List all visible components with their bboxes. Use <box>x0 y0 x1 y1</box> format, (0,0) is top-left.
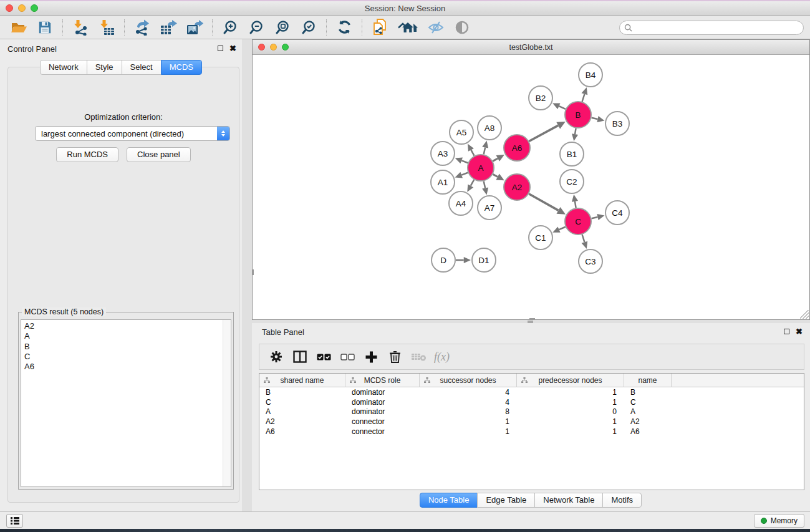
network-window-titlebar[interactable]: testGlobe.txt <box>253 40 809 55</box>
tab-network[interactable]: Network <box>40 60 87 75</box>
graph-node-C[interactable]: C <box>565 208 591 235</box>
import-network-button[interactable] <box>72 19 89 36</box>
select-all-columns-button[interactable] <box>314 347 333 366</box>
graph-edge-B-B3[interactable] <box>591 116 604 122</box>
graph-edge-C-C1[interactable] <box>552 226 566 232</box>
zoom-fit-button[interactable] <box>274 19 291 36</box>
graph-node-A1[interactable]: A1 <box>431 170 455 194</box>
graph-node-B[interactable]: B <box>565 102 591 128</box>
column-header-shared-name[interactable]: shared name <box>259 374 345 387</box>
graph-node-A[interactable]: A <box>468 155 494 181</box>
graph-edge-A-A4[interactable] <box>467 180 474 192</box>
show-all-button[interactable] <box>453 19 471 36</box>
graph-node-A5[interactable]: A5 <box>450 120 473 144</box>
close-table-panel-icon[interactable]: ✖ <box>796 328 803 335</box>
save-session-button[interactable] <box>36 19 54 36</box>
graph-node-A2[interactable]: A2 <box>504 174 530 200</box>
graph-node-A8[interactable]: A8 <box>478 116 501 140</box>
graph-edge-A-A1[interactable] <box>455 172 468 178</box>
float-table-panel-icon[interactable] <box>784 329 789 334</box>
table-settings-button[interactable] <box>267 347 286 366</box>
graph-node-D[interactable]: D <box>432 248 455 272</box>
tab-node-table[interactable]: Node Table <box>420 493 478 508</box>
hide-selected-button[interactable] <box>427 19 445 36</box>
graph-node-C2[interactable]: C2 <box>560 170 584 193</box>
table-row[interactable]: Adominator80A <box>259 407 804 417</box>
graph-edge-C-C3[interactable] <box>582 235 588 249</box>
column-header-successor-nodes[interactable]: successor nodes <box>420 374 517 387</box>
memory-button[interactable]: Memory <box>754 514 804 528</box>
tab-motifs[interactable]: Motifs <box>602 493 642 508</box>
column-header-mcds-role[interactable]: MCDS role <box>345 374 420 387</box>
result-list-item[interactable]: A6 <box>24 362 231 372</box>
criterion-dropdown[interactable]: largest connected component (directed) <box>35 126 230 141</box>
graph-node-B1[interactable]: B1 <box>560 142 584 166</box>
result-list-item[interactable]: A2 <box>24 321 231 331</box>
graph-node-D1[interactable]: D1 <box>472 248 496 272</box>
tab-select[interactable]: Select <box>122 60 162 75</box>
graph-node-B2[interactable]: B2 <box>529 86 552 110</box>
graph-node-A3[interactable]: A3 <box>431 142 455 165</box>
result-list-item[interactable]: C <box>24 352 231 362</box>
task-history-button[interactable] <box>6 514 23 528</box>
result-list-item[interactable]: B <box>24 342 231 352</box>
open-session-button[interactable] <box>10 19 27 36</box>
close-panel-icon[interactable]: ✖ <box>229 45 236 52</box>
tab-edge-table[interactable]: Edge Table <box>477 493 535 508</box>
graph-edge-B-B2[interactable] <box>552 104 566 109</box>
graph-edge-A-A6[interactable] <box>493 155 504 162</box>
deselect-all-columns-button[interactable] <box>338 347 357 366</box>
export-image-button[interactable] <box>186 19 203 36</box>
add-column-button[interactable] <box>362 347 380 366</box>
graph-edge-B-B4[interactable] <box>582 87 588 102</box>
zoom-selected-button[interactable] <box>300 19 317 36</box>
zoom-out-button[interactable] <box>248 19 265 36</box>
search-input[interactable] <box>635 22 803 34</box>
tab-style[interactable]: Style <box>87 60 122 75</box>
graph-edge-A6-B[interactable] <box>529 122 565 142</box>
clone-network-button[interactable] <box>371 19 388 36</box>
zoom-in-button[interactable] <box>221 19 239 36</box>
bottom-edge-grip[interactable] <box>529 318 535 320</box>
delete-column-button[interactable] <box>385 347 404 366</box>
graph-edge-A2-C[interactable] <box>529 194 566 215</box>
graph-node-C4[interactable]: C4 <box>605 201 629 225</box>
graph-node-C3[interactable]: C3 <box>579 249 602 273</box>
tab-network-table[interactable]: Network Table <box>534 493 603 508</box>
table-row[interactable]: Cdominator41C <box>259 397 804 407</box>
float-panel-icon[interactable] <box>218 46 223 51</box>
graph-node-C1[interactable]: C1 <box>529 226 552 249</box>
export-table-button[interactable] <box>160 19 177 36</box>
first-neighbors-button[interactable] <box>397 19 418 36</box>
close-panel-button[interactable]: Close panel <box>127 147 191 162</box>
graph-node-B3[interactable]: B3 <box>605 112 629 135</box>
network-canvas[interactable]: B4B2BB3A5A8A6A3B1AA1C2A2A4A7C4CC1C3DD1 <box>253 55 809 319</box>
graph-edge-A-A2[interactable] <box>493 174 504 181</box>
graph-edge-A-A7[interactable] <box>482 181 488 195</box>
graph-edge-A-A8[interactable] <box>482 141 488 155</box>
graph-node-A6[interactable]: A6 <box>504 135 530 161</box>
table-row[interactable]: A6connector11A6 <box>259 427 804 437</box>
graph-edge-B-B1[interactable] <box>572 128 578 142</box>
graph-edge-C-C4[interactable] <box>591 214 604 220</box>
graph-edge-A-A3[interactable] <box>455 158 468 164</box>
function-builder-button[interactable]: f(x) <box>434 351 450 364</box>
import-table-button[interactable] <box>98 19 115 36</box>
graph-edge-A-A5[interactable] <box>468 143 474 155</box>
delete-table-button[interactable] <box>409 347 428 366</box>
tab-mcds[interactable]: MCDS <box>161 60 202 75</box>
apply-layout-button[interactable] <box>335 19 353 36</box>
result-list-scrollbar[interactable] <box>223 320 231 486</box>
table-row[interactable]: A2connector11A2 <box>259 417 804 427</box>
graph-node-A4[interactable]: A4 <box>449 191 473 215</box>
run-mcds-button[interactable]: Run MCDS <box>56 147 118 162</box>
column-header-name[interactable]: name <box>624 374 672 387</box>
graph-edge-D-D1[interactable] <box>456 257 471 263</box>
graph-edge-C-C2[interactable] <box>572 195 578 208</box>
result-list-item[interactable]: A <box>24 331 231 341</box>
left-edge-grip[interactable] <box>252 269 254 275</box>
export-network-button[interactable] <box>133 19 151 36</box>
table-row[interactable]: Bdominator41B <box>259 387 804 397</box>
graph-node-B4[interactable]: B4 <box>579 63 602 87</box>
window-resize-grip[interactable] <box>800 310 809 319</box>
